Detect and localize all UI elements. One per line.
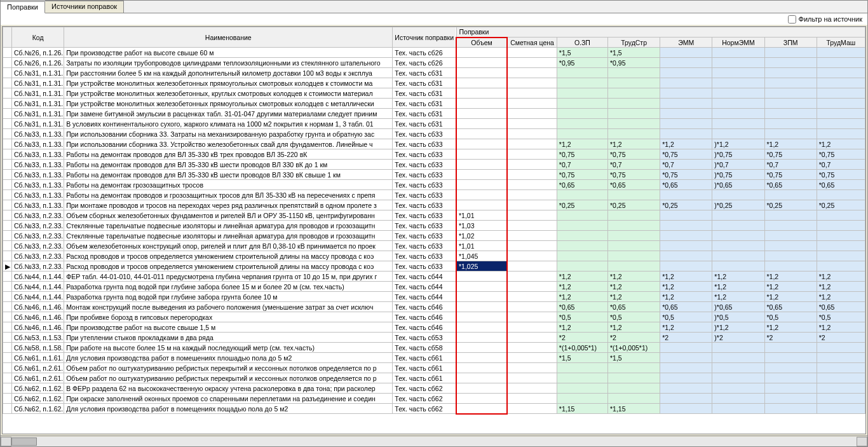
cell-code[interactable]: Сб.№44, п.1.44. — [12, 272, 64, 282]
cell-zpm[interactable] — [764, 48, 817, 58]
cell-src[interactable]: Тех. часть сб44 — [393, 282, 456, 292]
table-row[interactable]: ▶Сб.№33, п.2.33.Расход проводов и тросов… — [3, 261, 865, 272]
cell-zpm[interactable] — [764, 99, 817, 109]
cell-price[interactable] — [507, 292, 557, 302]
table-row[interactable]: Сб.№33, п.2.33.Объем сборных железобетон… — [3, 210, 865, 221]
cell-ozp[interactable] — [557, 373, 607, 383]
cell[interactable] — [3, 78, 12, 88]
cell-zpm[interactable] — [764, 404, 817, 414]
cell-ozp[interactable]: *1,2 — [557, 272, 607, 282]
cell-zpm[interactable] — [764, 68, 817, 78]
cell-emm[interactable] — [660, 99, 712, 109]
cell-src[interactable]: Тех. часть сб44 — [393, 272, 456, 282]
cell-emm[interactable] — [660, 48, 712, 58]
cell-emm[interactable]: *1,2 — [660, 282, 712, 292]
cell-vol[interactable] — [456, 160, 507, 170]
cell-normemm[interactable] — [712, 119, 764, 129]
cell-trudmash[interactable] — [817, 99, 865, 109]
cell-trudmash[interactable] — [817, 68, 865, 78]
cell[interactable] — [3, 394, 12, 404]
cell-emm[interactable] — [660, 394, 712, 404]
cell[interactable] — [3, 210, 12, 221]
cell-normemm[interactable] — [712, 343, 764, 353]
cell-name[interactable]: Расход проводов и тросов определяется ум… — [64, 261, 393, 272]
cell-price[interactable] — [507, 160, 557, 170]
cell-src[interactable]: Тех. часть сб33 — [393, 231, 456, 241]
cell-vol[interactable] — [456, 383, 507, 394]
cell-code[interactable]: Сб.№62, п.1.62. — [12, 404, 64, 414]
cell-code[interactable]: Сб.№62, п.1.62. — [12, 394, 64, 404]
cell-src[interactable]: Тех. часть сб33 — [393, 210, 456, 221]
cell-code[interactable]: Сб.№33, п.2.33. — [12, 241, 64, 251]
cell-trudstr[interactable] — [608, 129, 660, 139]
cell-normemm[interactable] — [712, 353, 764, 363]
cell-vol[interactable] — [456, 99, 507, 109]
cell-ozp[interactable]: *1,2 — [557, 322, 607, 333]
cell-normemm[interactable] — [712, 58, 764, 68]
cell-vol[interactable] — [456, 139, 507, 149]
cell-normemm[interactable] — [712, 241, 764, 251]
cell-trudmash[interactable] — [817, 210, 865, 221]
cell-trudstr[interactable]: *1,2 — [608, 322, 660, 333]
cell-name[interactable]: Объем работ по оштукатуриванию ребристых… — [64, 373, 393, 383]
cell-src[interactable]: Тех. часть сб26 — [393, 58, 456, 68]
cell-code[interactable]: Сб.№33, п.1.33. — [12, 139, 64, 149]
cell-zpm[interactable] — [764, 190, 817, 200]
cell-normemm[interactable] — [712, 190, 764, 200]
cell-code[interactable]: Сб.№26, п.1.26. — [12, 58, 64, 68]
cell[interactable] — [3, 48, 12, 58]
cell-ozp[interactable]: *1,2 — [557, 292, 607, 302]
cell-normemm[interactable] — [712, 394, 764, 404]
cell-trudmash[interactable]: *0,65 — [817, 302, 865, 312]
cell-name[interactable]: Объем железобетонных конструкций опор, р… — [64, 241, 393, 251]
cell-code[interactable]: Сб.№31, п.1.31. — [12, 99, 64, 109]
cell-price[interactable] — [507, 373, 557, 383]
cell-code[interactable]: Сб.№61, п.2.61. — [12, 363, 64, 373]
cell-normemm[interactable] — [712, 109, 764, 119]
cell-trudmash[interactable] — [817, 78, 865, 88]
cell-trudmash[interactable]: *1,2 — [817, 322, 865, 333]
cell-name[interactable]: При устройстве монолитных железобетонных… — [64, 78, 393, 88]
cell-vol[interactable] — [456, 109, 507, 119]
cell-src[interactable]: Тех. часть сб33 — [393, 200, 456, 210]
cell-emm[interactable] — [660, 404, 712, 414]
cell-normemm[interactable]: )*0,5 — [712, 312, 764, 322]
cell-ozp[interactable] — [557, 88, 607, 99]
cell-vol[interactable] — [456, 190, 507, 200]
cell-vol[interactable] — [456, 149, 507, 160]
cell-ozp[interactable]: *1,15 — [557, 404, 607, 414]
cell-ozp[interactable]: *0,25 — [557, 200, 607, 210]
cell-zpm[interactable] — [764, 373, 817, 383]
cell-trudstr[interactable]: *0,25 — [608, 200, 660, 210]
cell[interactable] — [3, 99, 12, 109]
cell[interactable] — [3, 119, 12, 129]
cell-trudstr[interactable] — [608, 68, 660, 78]
cell-normemm[interactable]: )*0,75 — [712, 149, 764, 160]
cell-emm[interactable] — [660, 68, 712, 78]
cell-price[interactable] — [507, 343, 557, 353]
cell-src[interactable]: Тех. часть сб31 — [393, 109, 456, 119]
cell-emm[interactable] — [660, 190, 712, 200]
cell-trudstr[interactable]: *1,2 — [608, 292, 660, 302]
table-row[interactable]: Сб.№44, п.1.44.Разработка грунта под вод… — [3, 292, 865, 302]
cell-vol[interactable] — [456, 302, 507, 312]
cell-trudstr[interactable] — [608, 119, 660, 129]
table-row[interactable]: Сб.№33, п.1.33.Работы на демонтаж провод… — [3, 149, 865, 160]
cell-vol[interactable] — [456, 48, 507, 58]
cell-trudmash[interactable] — [817, 58, 865, 68]
cell-normemm[interactable]: )*0,75 — [712, 170, 764, 180]
horizontal-scrollbar[interactable] — [1, 436, 867, 446]
cell-name[interactable]: Расход проводов и тросов определяется ум… — [64, 251, 393, 261]
cell-normemm[interactable] — [712, 261, 764, 272]
cell-price[interactable] — [507, 272, 557, 282]
header-code[interactable]: Код — [12, 27, 64, 48]
cell-src[interactable]: Тех. часть сб61 — [393, 353, 456, 363]
cell-vol[interactable] — [456, 78, 507, 88]
cell-zpm[interactable]: *0,7 — [764, 160, 817, 170]
cell[interactable] — [3, 170, 12, 180]
cell-ozp[interactable] — [557, 394, 607, 404]
cell-src[interactable]: Тех. часть сб33 — [393, 149, 456, 160]
cell-emm[interactable] — [660, 353, 712, 363]
cell-src[interactable]: Тех. часть сб58 — [393, 343, 456, 353]
cell-emm[interactable]: *0,65 — [660, 302, 712, 312]
